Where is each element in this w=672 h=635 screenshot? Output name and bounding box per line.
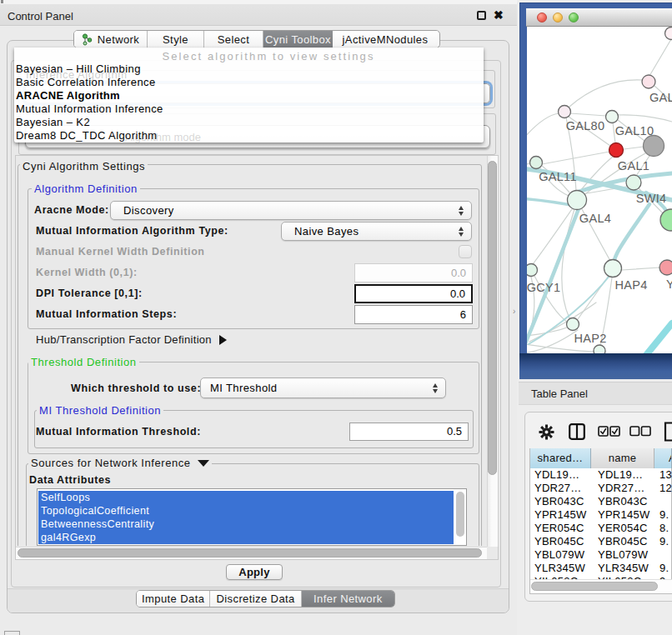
- settings-horizontal-scrollbar-thumb[interactable]: [18, 548, 482, 558]
- network-window-titlebar[interactable]: [526, 8, 672, 27]
- threshold-definition-label: Threshold Definition: [28, 356, 139, 368]
- mi-type-label: Mutual Information Algorithm Type:: [36, 225, 228, 237]
- table-row[interactable]: YDL19…YDL19…13: [530, 468, 672, 482]
- network-node[interactable]: [606, 111, 619, 123]
- list-item[interactable]: BetweennessCentrality: [38, 518, 454, 531]
- network-edge[interactable]: [542, 152, 609, 164]
- table-cell: 9.: [659, 535, 672, 548]
- settings-vertical-scrollbar-thumb[interactable]: [488, 161, 497, 475]
- network-node[interactable]: [659, 260, 672, 275]
- tab-infer-network[interactable]: Infer Network: [302, 591, 394, 607]
- popup-item[interactable]: Bayesian – K2: [16, 116, 90, 129]
- table-row[interactable]: YDR27…YDR27…12: [530, 482, 672, 495]
- network-edge[interactable]: [618, 115, 672, 122]
- network-edge[interactable]: [570, 113, 606, 116]
- split-pane-handle[interactable]: ›: [513, 307, 515, 316]
- list-scrollbar-thumb[interactable]: [456, 492, 464, 537]
- table-cell: YDL19…: [534, 468, 591, 482]
- network-node[interactable]: [594, 345, 605, 353]
- node-label: GAL: [649, 91, 672, 104]
- manual-kernel-checkbox[interactable]: [459, 245, 472, 258]
- aracne-mode-combobox[interactable]: Discovery: [110, 201, 472, 220]
- network-node[interactable]: [527, 264, 538, 277]
- mi-type-combobox[interactable]: Naive Bayes: [281, 222, 472, 241]
- table-cell: YBR043C: [534, 495, 591, 508]
- dpi-tolerance-label: DPI Tolerance [0,1]:: [36, 288, 143, 299]
- network-icon: [82, 33, 93, 46]
- network-node[interactable]: [642, 75, 655, 88]
- table-row[interactable]: YBR045CYBR045C9.: [530, 535, 672, 548]
- table-cell: [659, 548, 672, 562]
- popup-item[interactable]: ARACNE Algorithm: [16, 89, 120, 102]
- network-node[interactable]: [530, 157, 543, 169]
- mi-steps-label: Mutual Information Steps:: [36, 308, 177, 320]
- column-header-shared-name[interactable]: shared…: [530, 448, 591, 468]
- minimize-traffic-light-icon[interactable]: [553, 12, 563, 22]
- tab-impute-data[interactable]: Impute Data: [137, 591, 210, 607]
- kernel-width-field[interactable]: 0.0: [354, 263, 473, 282]
- table-horizontal-scrollbar-thumb[interactable]: [531, 582, 658, 591]
- network-edge[interactable]: [569, 80, 642, 107]
- network-node[interactable]: [665, 28, 672, 40]
- which-threshold-combobox[interactable]: MI Threshold: [200, 378, 446, 398]
- tab-network[interactable]: Network: [74, 31, 148, 48]
- apply-button[interactable]: Apply: [226, 564, 283, 580]
- network-edge[interactable]: [643, 323, 672, 353]
- sources-group-label: Sources for Network Inference: [31, 457, 191, 469]
- close-traffic-light-icon[interactable]: [537, 12, 547, 22]
- table-cell: 9.: [659, 508, 672, 522]
- network-canvas[interactable]: GALGAL80GAL10GAL1GAL11SWI4GAL4GCY1HAP4YH…: [527, 27, 672, 353]
- table-row[interactable]: YPR145WYPR145W9.: [530, 508, 672, 522]
- popup-item[interactable]: Mutual Information Inference: [16, 102, 163, 116]
- table-row[interactable]: YBR043CYBR043C: [530, 495, 672, 508]
- column-header-partial[interactable]: A: [654, 448, 672, 468]
- split-columns-icon[interactable]: [569, 423, 585, 440]
- table-cell: 12: [659, 482, 672, 495]
- network-edge[interactable]: [527, 113, 559, 143]
- list-item[interactable]: SelfLoops: [38, 491, 454, 504]
- close-icon[interactable]: ✖: [494, 8, 504, 22]
- table-cell: 13: [659, 468, 672, 482]
- list-item[interactable]: TopologicalCoefficient: [38, 504, 454, 518]
- which-threshold-value: MI Threshold: [210, 382, 277, 394]
- column-header-name[interactable]: name: [591, 448, 654, 468]
- table-cell: YPR145W: [534, 508, 591, 522]
- float-window-icon[interactable]: [477, 11, 486, 20]
- tab-jactivemnodules[interactable]: jActiveMNodules: [333, 31, 438, 48]
- table-cell: YBR045C: [598, 535, 656, 548]
- tab-style[interactable]: Style: [148, 31, 204, 48]
- mi-steps-field[interactable]: 6: [354, 305, 473, 324]
- network-node[interactable]: [559, 106, 571, 118]
- network-node[interactable]: [567, 318, 579, 331]
- network-node[interactable]: [604, 260, 622, 278]
- hub-definition-toggle[interactable]: Hub/Transcription Factor Definition: [36, 333, 227, 346]
- network-node[interactable]: [568, 191, 587, 210]
- network-edge[interactable]: [622, 268, 659, 270]
- gear-icon[interactable]: [539, 424, 554, 440]
- network-graph: GALGAL80GAL10GAL1GAL11SWI4GAL4GCY1HAP4YH…: [527, 27, 672, 353]
- node-label: GAL11: [539, 170, 577, 183]
- expand-arrow-icon: [219, 335, 227, 345]
- table-row[interactable]: YLR345WYLR345W9.: [530, 562, 672, 575]
- unchecked-boxes-icon[interactable]: [629, 426, 651, 437]
- network-node[interactable]: [626, 175, 641, 190]
- sources-group-toggle[interactable]: Sources for Network Inference: [28, 457, 212, 469]
- list-item[interactable]: gal4RGexp: [38, 531, 454, 544]
- tab-discretize-data[interactable]: Discretize Data: [210, 591, 301, 607]
- network-node[interactable]: [644, 136, 664, 157]
- table-row[interactable]: YBL079WYBL079W: [530, 548, 672, 562]
- table-row[interactable]: YER054CYER054C8.: [530, 522, 672, 535]
- tab-select[interactable]: Select: [204, 31, 263, 48]
- network-edge[interactable]: [624, 147, 644, 149]
- zoom-traffic-light-icon[interactable]: [569, 12, 579, 22]
- network-edge[interactable]: [649, 39, 671, 76]
- data-attributes-list[interactable]: gal4RGexpBetweennessCentralityTopologica…: [37, 488, 467, 546]
- tab-jactivemnodules-label: jActiveMNodules: [343, 33, 429, 46]
- mi-threshold-field[interactable]: 0.5: [349, 422, 469, 441]
- tab-cyni-toolbox[interactable]: Cyni Toolbox: [263, 31, 333, 48]
- dpi-tolerance-field[interactable]: 0.0: [354, 284, 473, 303]
- network-node[interactable]: [609, 143, 624, 158]
- checked-boxes-icon[interactable]: [598, 426, 620, 437]
- mi-threshold-definition-label: MI Threshold Definition: [37, 404, 163, 417]
- document-icon[interactable]: [664, 422, 672, 442]
